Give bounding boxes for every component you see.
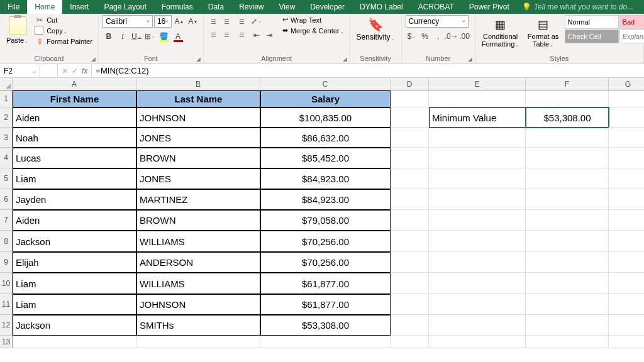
row-header-6[interactable]: 6 <box>0 189 13 210</box>
cell-C13[interactable] <box>260 336 391 348</box>
cell-first-4[interactable]: Liam <box>13 168 136 189</box>
cell-salary-4[interactable]: $84,923.00 <box>260 168 391 189</box>
cell-first-5[interactable]: Jayden <box>13 189 136 210</box>
dialog-launcher-icon[interactable]: ◢ <box>343 56 347 62</box>
cell-D12[interactable] <box>391 315 429 336</box>
cell-G5[interactable] <box>609 168 644 189</box>
enter-formula-icon[interactable]: ✓ <box>72 67 78 75</box>
underline-button[interactable]: U <box>130 30 143 43</box>
cell-last-7[interactable]: WILLIAMS <box>136 231 260 252</box>
cell-first-7[interactable]: Jackson <box>13 231 136 252</box>
decrease-indent-button[interactable]: ⇤ <box>250 29 263 41</box>
paste-button[interactable]: Paste <box>4 15 31 45</box>
cell-last-5[interactable]: MARTINEZ <box>136 189 260 210</box>
cell-last-4[interactable]: JONES <box>136 168 260 189</box>
accounting-format-button[interactable]: $ <box>406 30 418 43</box>
cell-E10[interactable] <box>429 273 526 294</box>
cell-first-1[interactable]: Aiden <box>13 107 136 128</box>
cells-area[interactable]: First NameLast NameSalaryAidenJOHNSON$10… <box>13 90 644 362</box>
header-c[interactable]: Salary <box>260 90 391 107</box>
column-header-g[interactable]: G <box>609 78 644 90</box>
header-a[interactable]: First Name <box>13 90 136 107</box>
conditional-formatting-button[interactable]: ▦ Conditional Formatting <box>479 15 522 49</box>
tab-formulas[interactable]: Formulas <box>154 0 201 14</box>
cell-salary-8[interactable]: $70,256.00 <box>260 252 391 273</box>
column-header-b[interactable]: B <box>136 78 260 90</box>
increase-font-button[interactable]: A▲ <box>173 15 186 28</box>
cell-first-2[interactable]: Noah <box>13 128 136 148</box>
cell-last-8[interactable]: ANDERSON <box>136 252 260 273</box>
cell-salary-3[interactable]: $85,452.00 <box>260 148 391 168</box>
column-header-e[interactable]: E <box>429 78 526 90</box>
cell-D1[interactable] <box>391 90 429 107</box>
decrease-font-button[interactable]: A▼ <box>187 15 199 28</box>
cell-last-2[interactable]: JONES <box>136 128 260 148</box>
cell-G11[interactable] <box>609 294 644 315</box>
cell-D8[interactable] <box>391 231 429 252</box>
align-top-button[interactable] <box>208 15 220 28</box>
cell-G4[interactable] <box>609 148 644 168</box>
row-header-3[interactable]: 3 <box>0 128 13 148</box>
cut-button[interactable]: Cut <box>33 15 94 25</box>
cell-salary-7[interactable]: $70,256.00 <box>260 231 391 252</box>
cell-E9[interactable] <box>429 252 526 273</box>
cell-D9[interactable] <box>391 252 429 273</box>
cell-G3[interactable] <box>609 128 644 148</box>
style-normal[interactable]: Normal <box>565 15 619 29</box>
font-color-button[interactable]: A <box>172 30 184 43</box>
cell-D11[interactable] <box>391 294 429 315</box>
cell-salary-9[interactable]: $61,877.00 <box>260 273 391 294</box>
cell-G12[interactable] <box>609 315 644 336</box>
cell-F1[interactable] <box>526 90 609 107</box>
tab-data[interactable]: Data <box>201 0 231 14</box>
cell-A13[interactable] <box>13 336 136 348</box>
cell-last-11[interactable]: SMITHs <box>136 315 260 336</box>
column-header-c[interactable]: C <box>260 78 391 90</box>
cell-first-10[interactable]: Liam <box>13 294 136 315</box>
cell-F12[interactable] <box>526 315 609 336</box>
row-header-1[interactable]: 1 <box>0 90 13 107</box>
tab-dymo[interactable]: DYMO Label <box>352 0 411 14</box>
bold-button[interactable]: B <box>103 30 115 43</box>
align-bottom-button[interactable] <box>234 15 247 28</box>
cell-salary-2[interactable]: $86,632.00 <box>260 128 391 148</box>
cell-first-8[interactable]: Elijah <box>13 252 136 273</box>
fill-color-button[interactable]: 🪣 <box>158 30 170 43</box>
tab-file[interactable]: File <box>0 0 27 14</box>
cell-F10[interactable] <box>526 273 609 294</box>
row-header-4[interactable]: 4 <box>0 148 13 168</box>
cell-D13[interactable] <box>391 336 429 348</box>
tab-developer[interactable]: Developer <box>303 0 352 14</box>
style-bad[interactable]: Bad <box>619 15 644 29</box>
cell-E8[interactable] <box>429 231 526 252</box>
cell-E13[interactable] <box>429 336 526 348</box>
column-header-f[interactable]: F <box>526 78 609 90</box>
formula-input[interactable]: =MIN(C2:C12) <box>92 64 644 77</box>
minimum-label-cell[interactable]: Minimum Value <box>429 107 526 128</box>
cell-G2[interactable] <box>609 107 644 128</box>
cell-E6[interactable] <box>429 189 526 210</box>
tab-power-pivot[interactable]: Power Pivot <box>462 0 517 14</box>
cell-G13[interactable] <box>609 336 644 348</box>
cell-salary-5[interactable]: $84,923.00 <box>260 189 391 210</box>
tab-home[interactable]: Home <box>27 0 62 14</box>
font-size-combo[interactable]: 16 <box>154 15 172 28</box>
cell-last-10[interactable]: JOHNSON <box>136 294 260 315</box>
cell-D4[interactable] <box>391 148 429 168</box>
row-header-8[interactable]: 8 <box>0 231 13 252</box>
copy-button[interactable]: Copy <box>33 26 94 36</box>
merge-center-button[interactable]: ⬌Merge & Center <box>280 26 346 35</box>
align-center-button[interactable] <box>221 28 233 41</box>
orientation-button[interactable]: ⤢ <box>250 15 263 28</box>
tab-insert[interactable]: Insert <box>62 0 96 14</box>
cell-F3[interactable] <box>526 128 609 148</box>
dialog-launcher-icon[interactable]: ◢ <box>91 56 96 62</box>
tab-view[interactable]: View <box>272 0 303 14</box>
italic-button[interactable]: I <box>116 30 129 43</box>
cell-E5[interactable] <box>429 168 526 189</box>
cell-styles-gallery[interactable]: Normal Bad Check Cell Explanatory ... <box>565 15 644 43</box>
minimum-value-cell[interactable]: $53,308.00 <box>526 107 609 128</box>
cell-E3[interactable] <box>429 128 526 148</box>
cell-E4[interactable] <box>429 148 526 168</box>
increase-indent-button[interactable]: ⇥ <box>263 29 275 41</box>
